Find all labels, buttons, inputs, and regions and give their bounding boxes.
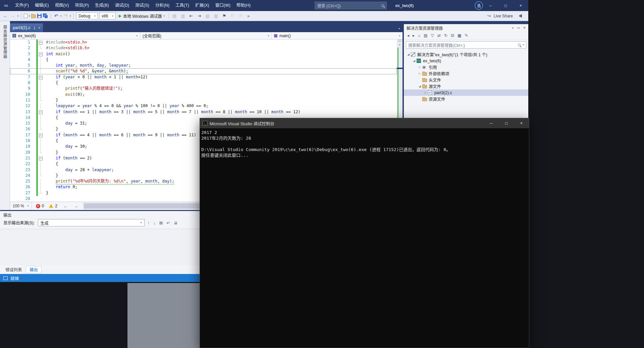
- code-line[interactable]: 13 if (month == 1 || month == 3 || month…: [10, 109, 397, 115]
- navigate-dropdown-icon[interactable]: ▾: [17, 15, 19, 17]
- properties-icon[interactable]: ✎: [465, 33, 468, 38]
- tree-collapsed-arrow-icon[interactable]: ▷: [423, 91, 428, 94]
- server-explorer-tab[interactable]: 服务器资源管理器: [2, 25, 8, 59]
- code-line[interactable]: 11 }: [10, 97, 397, 103]
- project-dropdown[interactable]: ex_two(6) ▾: [10, 32, 140, 39]
- navigate-back-icon[interactable]: ←: [2, 14, 8, 18]
- prev-message-icon[interactable]: ↑: [148, 220, 150, 225]
- word-wrap-icon[interactable]: ↵: [167, 220, 170, 225]
- tree-item[interactable]: ▷part3(2).c: [404, 89, 528, 96]
- code-line[interactable]: 8 {: [10, 80, 397, 86]
- tree-item[interactable]: ◢源文件: [404, 83, 528, 89]
- feedback-megaphone-icon[interactable]: [519, 14, 524, 18]
- code-line[interactable]: 6 scanf("%d %d", &year, &month);: [10, 68, 397, 74]
- forward-icon[interactable]: ▸: [413, 33, 415, 38]
- menu-item[interactable]: 扩展(X): [192, 0, 212, 11]
- save-all-icon[interactable]: [43, 13, 48, 18]
- autoscroll-icon[interactable]: ⇊: [174, 220, 177, 225]
- panel-menu-icon[interactable]: ▾: [512, 26, 514, 29]
- tree-item[interactable]: ▷外部依赖项: [404, 70, 528, 77]
- console-title-bar[interactable]: ›_ Microsoft Visual Studio 调试控制台 ─ □ ×: [200, 118, 529, 128]
- previous-issue-button[interactable]: ←: [63, 204, 68, 209]
- solution-configuration-dropdown[interactable]: Debug ▾: [76, 12, 98, 19]
- document-list-chevron-icon[interactable]: ▾: [398, 27, 402, 32]
- code-line[interactable]: 2#include<stdlib.h>: [10, 45, 397, 51]
- prev-bookmark-icon[interactable]: ⚐: [230, 14, 236, 18]
- code-line[interactable]: 1#include<stdio.h>: [10, 40, 397, 45]
- error-indicator-icon[interactable]: [36, 204, 40, 208]
- menu-item[interactable]: 帮助(H): [233, 0, 254, 11]
- console-close-button[interactable]: ×: [514, 118, 529, 128]
- show-all-files-icon[interactable]: ▦: [458, 33, 461, 38]
- menu-item[interactable]: 测试(S): [132, 0, 152, 11]
- sync-with-active-document-icon[interactable]: ⇄: [437, 33, 441, 38]
- fold-toggle-icon[interactable]: [38, 40, 43, 45]
- start-debugging-button[interactable]: ▶ 本地 Windows 调试器 ▾: [117, 12, 166, 20]
- fold-toggle-icon[interactable]: [38, 155, 43, 161]
- code-line[interactable]: 3int main(): [10, 51, 397, 57]
- code-line[interactable]: 7 if (year < 0 || month < 1 || month>12): [10, 74, 397, 80]
- menu-item[interactable]: 生成(B): [92, 0, 112, 11]
- console-maximize-button[interactable]: □: [499, 118, 514, 128]
- menu-item[interactable]: 文件(F): [12, 0, 32, 11]
- open-file-icon[interactable]: [31, 15, 36, 18]
- code-line[interactable]: 10 exit(0);: [10, 92, 397, 97]
- clear-all-icon[interactable]: ⊠: [159, 220, 163, 225]
- tree-expanded-arrow-icon[interactable]: ◢: [412, 59, 417, 62]
- maximize-button[interactable]: □: [498, 0, 513, 11]
- navigate-forward-icon[interactable]: →: [10, 14, 16, 18]
- refresh-icon[interactable]: ↻: [444, 33, 447, 38]
- console-minimize-button[interactable]: ─: [484, 118, 499, 128]
- fold-toggle-icon[interactable]: [38, 132, 43, 138]
- menu-item[interactable]: 调试(D): [112, 0, 132, 11]
- next-message-icon[interactable]: ↓: [153, 220, 156, 225]
- editor-split-handle[interactable]: [398, 40, 401, 42]
- switch-views-icon[interactable]: ▤: [424, 33, 427, 38]
- home-icon[interactable]: ⌂: [418, 33, 420, 38]
- tree-collapsed-arrow-icon[interactable]: ▷: [417, 66, 422, 69]
- fold-toggle-icon[interactable]: [38, 51, 43, 57]
- parameter-info-icon[interactable]: ▥: [180, 14, 186, 18]
- collapse-all-icon[interactable]: ⊟: [451, 33, 454, 38]
- document-tab[interactable]: part3(2).c ⊸ ×: [10, 23, 43, 32]
- panel-tab[interactable]: 错误列表: [2, 266, 25, 273]
- solution-search-box[interactable]: 搜索解决方案资源管理器(Ctrl+;) ▾: [406, 41, 526, 49]
- back-icon[interactable]: ◂: [407, 33, 409, 38]
- tree-item[interactable]: ◢解决方案"ex_two(6)"(1 个项目/共 1 个): [404, 51, 528, 58]
- menu-item[interactable]: 视图(V): [52, 0, 72, 11]
- menu-item[interactable]: 工具(T): [172, 0, 192, 11]
- panel-tab[interactable]: 输出: [26, 266, 42, 273]
- save-icon[interactable]: [37, 14, 42, 18]
- scope-dropdown[interactable]: (全局范围) ▾: [140, 32, 272, 39]
- solution-platform-dropdown[interactable]: x86 ▾: [99, 12, 116, 19]
- panel-close-icon[interactable]: ×: [523, 25, 526, 30]
- tree-item[interactable]: ◢ex_two(6): [404, 58, 528, 64]
- comment-icon[interactable]: ▧: [204, 14, 210, 18]
- code-line[interactable]: 9 printf("输入的数据错误!");: [10, 86, 397, 91]
- menu-item[interactable]: 项目(P): [72, 0, 92, 11]
- code-line[interactable]: 12 leapyear = year % 4 == 0 && year % 10…: [10, 103, 397, 109]
- undo-icon[interactable]: ↶: [53, 14, 59, 18]
- output-source-dropdown[interactable]: 生成 ▾: [38, 219, 145, 226]
- live-share-button[interactable]: ↪ Live Share: [486, 14, 526, 18]
- code-line[interactable]: 5 int year, month, day, leapyear;: [10, 63, 397, 68]
- tree-collapsed-arrow-icon[interactable]: ▷: [417, 72, 422, 75]
- zoom-selector[interactable]: 100 % ▾: [10, 202, 32, 210]
- next-bookmark-icon[interactable]: ⚐: [238, 14, 244, 18]
- toolbar-overflow-icon[interactable]: »: [246, 14, 251, 18]
- console-body[interactable]: 2017 22017年2月的天数为: 28 D:\Visual Studio C…: [200, 128, 529, 159]
- scroll-up-icon[interactable]: ▲: [397, 42, 402, 47]
- minimize-button[interactable]: ─: [483, 0, 498, 11]
- member-dropdown[interactable]: main() ▾: [272, 32, 402, 39]
- filter-icon[interactable]: ▽: [431, 33, 434, 38]
- pin-icon[interactable]: ⊸: [32, 26, 37, 29]
- tree-item[interactable]: ▷▣引用: [404, 64, 528, 70]
- next-issue-button[interactable]: →: [74, 204, 78, 209]
- new-file-icon[interactable]: [24, 14, 28, 18]
- decrease-indent-icon[interactable]: ⇤: [189, 14, 194, 18]
- undo-dropdown-icon[interactable]: ▾: [60, 15, 62, 17]
- uncomment-icon[interactable]: ▨: [213, 14, 219, 18]
- increase-indent-icon[interactable]: ⇥: [196, 14, 202, 18]
- toggle-bookmark-icon[interactable]: ⚑: [221, 14, 227, 18]
- redo-dropdown-icon[interactable]: ▾: [70, 15, 71, 17]
